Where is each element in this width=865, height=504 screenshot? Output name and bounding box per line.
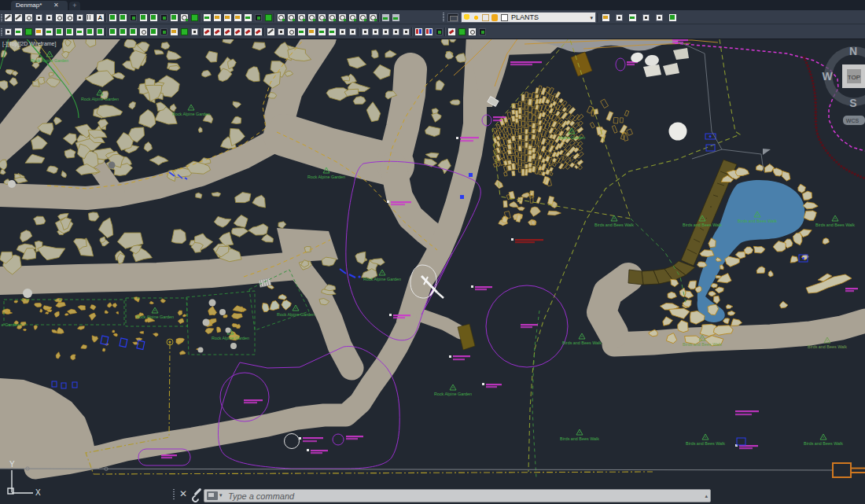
svg-text:Rock Alpine Garden: Rock Alpine Garden bbox=[363, 277, 401, 281]
svg-text:Rock Alpine Garden: Rock Alpine Garden bbox=[31, 58, 68, 63]
svg-text:TOP: TOP bbox=[848, 74, 860, 81]
svg-text:Birds and Bees Walk: Birds and Bees Walk bbox=[683, 223, 722, 227]
svg-text:Rock Alpine Garden: Rock Alpine Garden bbox=[307, 175, 345, 179]
svg-text:e Garden: e Garden bbox=[2, 322, 19, 327]
svg-text:Birds and Bees Walk: Birds and Bees Walk bbox=[562, 340, 602, 345]
svg-text:Rock Alpine Garden: Rock Alpine Garden bbox=[277, 312, 315, 317]
svg-text:Birds and Bees Walk: Birds and Bees Walk bbox=[815, 223, 855, 227]
svg-text:Birds and Bees Walk: Birds and Bees Walk bbox=[683, 342, 722, 347]
svg-text:Birds and Bees Walk: Birds and Bees Walk bbox=[594, 223, 634, 227]
svg-text:Birds and Bees Walk: Birds and Bees Walk bbox=[686, 441, 725, 446]
svg-text:Rock Alpine Garden: Rock Alpine Garden bbox=[434, 392, 472, 396]
svg-text:W: W bbox=[822, 70, 833, 83]
svg-text:Birds and Bees Walk: Birds and Bees Walk bbox=[808, 344, 847, 349]
svg-text:Rock Alpine Garden: Rock Alpine Garden bbox=[81, 97, 119, 101]
svg-text:Rock Alpine Garden: Rock Alpine Garden bbox=[212, 336, 249, 340]
svg-text:Birds and Bees Walk: Birds and Bees Walk bbox=[738, 219, 777, 223]
svg-text:Rock Alpine Garden: Rock Alpine Garden bbox=[136, 315, 174, 319]
svg-text:Birds and Bees Walk: Birds and Bees Walk bbox=[804, 441, 843, 446]
svg-text:X: X bbox=[35, 488, 41, 497]
svg-text:N: N bbox=[849, 45, 857, 57]
svg-text:Alpine Garden: Alpine Garden bbox=[558, 135, 585, 140]
svg-text:WCS: WCS bbox=[846, 118, 859, 123]
svg-text:Y: Y bbox=[9, 460, 15, 469]
svg-text:Birds and Bees Walk: Birds and Bees Walk bbox=[560, 436, 599, 441]
svg-text:Rock Alpine Garden: Rock Alpine Garden bbox=[172, 112, 210, 116]
svg-text:S: S bbox=[849, 97, 856, 109]
svg-text:[-][Top][2D Wireframe]: [-][Top][2D Wireframe] bbox=[2, 41, 57, 47]
